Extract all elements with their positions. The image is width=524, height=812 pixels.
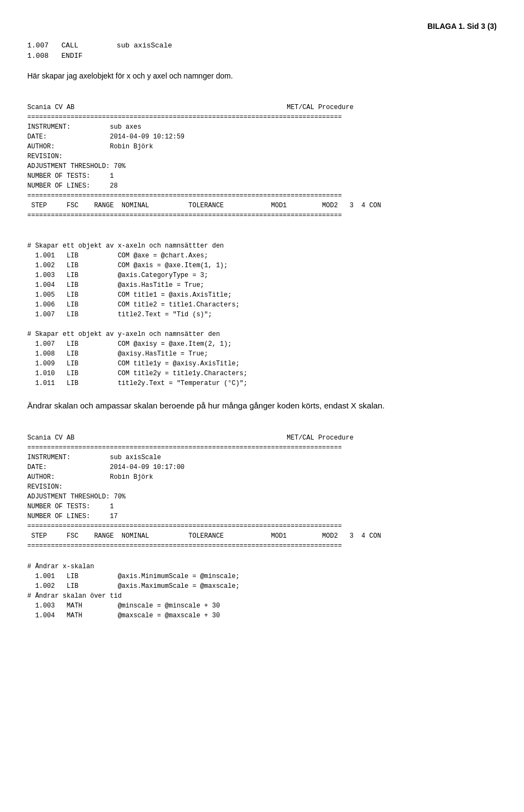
- intro-code-block: 1.007 CALL sub axisScale 1.008 ENDIF: [27, 41, 497, 60]
- block1-code-line-1: # Skapar ett objekt av x-axeln och namns…: [27, 242, 224, 250]
- code-block-2: Scania CV AB MET/CAL Procedure =========…: [27, 423, 497, 551]
- block2-sep1: ========================================…: [27, 444, 342, 452]
- code-block-1: Scania CV AB MET/CAL Procedure =========…: [27, 93, 497, 220]
- block2-meta-2: AUTHOR: Robin Björk: [27, 473, 153, 481]
- block1-meta-2: AUTHOR: Robin Björk: [27, 143, 153, 151]
- block2-meta-4: ADJUSTMENT THRESHOLD: 70%: [27, 493, 126, 501]
- block2-code-line-2: 1.002 LIB @axis.MaximumScale = @maxscale…: [27, 582, 240, 590]
- block1-sep1: ========================================…: [27, 113, 342, 121]
- block2-col-header: STEP FSC RANGE NOMINAL TOLERANCE MOD1 MO…: [27, 532, 381, 540]
- block2-meta-0: INSTRUMENT: sub axisScale: [27, 454, 161, 461]
- middle-description: Ändrar skalan och ampassar skalan beroen…: [27, 399, 497, 412]
- block2-meta-3: REVISION:: [27, 483, 63, 491]
- block2-sep2: ========================================…: [27, 522, 342, 530]
- block1-col-header: STEP FSC RANGE NOMINAL TOLERANCE MOD1 MO…: [27, 202, 381, 209]
- block1-meta-0: INSTRUMENT: sub axes: [27, 123, 141, 131]
- block2-meta-6: NUMBER OF LINES: 17: [27, 513, 118, 520]
- block1-sep3: ========================================…: [27, 212, 342, 219]
- block1-code-line-3: 1.002 LIB COM @axis = @axe.Item(1, 1);: [27, 262, 228, 269]
- block2-code-line-3: # Ändrar skalan över tid: [27, 592, 122, 600]
- block2-code-line-1: 1.001 LIB @axis.MinimumScale = @minscale…: [27, 573, 240, 580]
- block2-header: Scania CV AB MET/CAL Procedure: [27, 434, 354, 442]
- block1-meta-1: DATE: 2014-04-09 10:12:59: [27, 133, 184, 141]
- block1-code-line-4: 1.003 LIB @axis.CategoryType = 3;: [27, 272, 208, 279]
- block2-meta-1: DATE: 2014-04-09 10:17:00: [27, 464, 184, 471]
- block2-meta-5: NUMBER OF TESTS: 1: [27, 503, 114, 510]
- block1-code-line-7: 1.006 LIB COM title2 = title1.Characters…: [27, 301, 240, 309]
- block1-meta-4: ADJUSTMENT THRESHOLD: 70%: [27, 163, 126, 170]
- intro-line-1: 1.007 CALL sub axisScale: [27, 41, 497, 50]
- block1-code-line-10: # Skapar ett objekt av y-axeln och namns…: [27, 330, 220, 338]
- block1-meta-3: REVISION:: [27, 153, 63, 160]
- block2-code-line-0: # Ändrar x-skalan: [27, 563, 94, 570]
- intro-line-2: 1.008 ENDIF: [27, 52, 497, 60]
- block1-code-line-13: 1.009 LIB COM title1y = @axisy.AxisTitle…: [27, 360, 240, 368]
- code-block-2-lines: # Ändrar x-skalan 1.001 LIB @axis.Minimu…: [27, 562, 497, 621]
- block1-code-line-2: 1.001 LIB COM @axe = @chart.Axes;: [27, 252, 208, 260]
- block1-sep2: ========================================…: [27, 192, 342, 200]
- block1-code-line-5: 1.004 LIB @axis.HasTitle = True;: [27, 281, 204, 289]
- block1-code-line-8: 1.007 LIB title2.Text = "Tid (s)";: [27, 311, 212, 318]
- block1-code-line-15: 1.011 LIB title2y.Text = "Temperatur (°C…: [27, 380, 247, 387]
- block1-code-line-6: 1.005 LIB COM title1 = @axis.AxisTitle;: [27, 291, 231, 299]
- page-header: BILAGA 1. Sid 3 (3): [27, 22, 497, 31]
- block2-code-line-5: 1.004 MATH @maxscale = @maxscale + 30: [27, 612, 220, 619]
- intro-description: Här skapar jag axelobjekt för x och y ax…: [27, 70, 497, 82]
- block1-code-line-12: 1.008 LIB @axisy.HasTitle = True;: [27, 350, 208, 358]
- block2-code-line-4: 1.003 MATH @minscale = @minscale + 30: [27, 602, 220, 610]
- block1-code-line-11: 1.007 LIB COM @axisy = @axe.Item(2, 1);: [27, 340, 231, 348]
- block2-sep3: ========================================…: [27, 542, 342, 550]
- block1-header: Scania CV AB MET/CAL Procedure: [27, 104, 354, 111]
- code-block-1-lines: # Skapar ett objekt av x-axeln och namns…: [27, 231, 497, 388]
- block1-code-line-14: 1.010 LIB COM title2y = title1y.Characte…: [27, 370, 247, 377]
- block1-meta-6: NUMBER OF LINES: 28: [27, 182, 118, 190]
- block1-meta-5: NUMBER OF TESTS: 1: [27, 172, 114, 180]
